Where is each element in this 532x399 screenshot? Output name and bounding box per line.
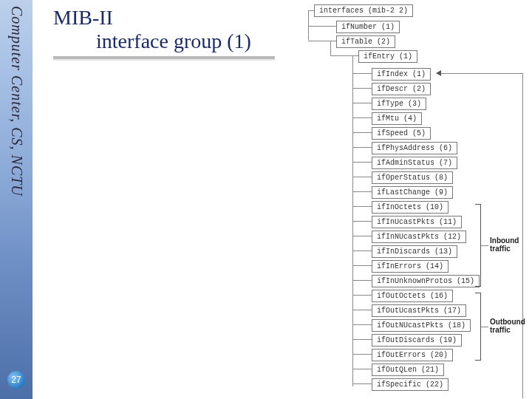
wire: [352, 250, 372, 251]
wire-arrow-ifindex: [440, 73, 522, 74]
wire: [352, 221, 372, 222]
node-ifdescr: ifDescr (2): [372, 83, 431, 95]
node-interfaces: interfaces (mib-2 2): [314, 4, 413, 17]
wire: [352, 295, 372, 296]
wire: [352, 339, 372, 340]
label-inbound-traffic: Inbound traffic: [490, 236, 527, 253]
node-ifoutoctets: ifOutOctets (16): [372, 290, 453, 302]
bracket-outbound: [475, 293, 481, 361]
wire: [481, 245, 488, 246]
wire: [330, 41, 331, 55]
node-iflastchange: ifLastChange (9): [372, 186, 453, 199]
wire: [352, 265, 372, 266]
node-ifinucastpkts: ifInUcastPkts (11): [372, 216, 462, 228]
sidebar-org-text: Computer Center, CS, NCTU: [8, 6, 25, 197]
wire: [308, 10, 309, 40]
node-ifphysaddress: ifPhysAddress (6): [372, 142, 457, 154]
node-ifoutdiscards: ifOutDiscards (19): [372, 334, 462, 347]
wire: [352, 132, 372, 133]
node-ifoutqlen: ifOutQLen (21): [372, 364, 444, 376]
wire-right-rail: [522, 73, 523, 398]
node-ifoutnucastpkts: ifOutNUcastPkts (18): [372, 319, 471, 332]
node-ifentry: ifEntry (1): [358, 50, 417, 63]
label-outbound-traffic: Outbound traffic: [490, 318, 531, 334]
node-ifinoctets: ifInOctets (10): [372, 201, 449, 214]
wire: [352, 280, 372, 281]
node-ifindex: ifIndex (1): [372, 68, 431, 81]
slide-title: MIB-II interface group (1): [53, 6, 251, 53]
wire: [352, 383, 372, 384]
wire: [308, 26, 336, 27]
arrow-icon: [436, 70, 441, 76]
wire: [352, 103, 372, 103]
node-ifindiscards: ifInDiscards (13): [372, 245, 457, 258]
node-ifspecific: ifSpecific (22): [372, 378, 449, 391]
node-ifadminstatus: ifAdminStatus (7): [372, 157, 457, 169]
node-ifouterrors: ifOutErrors (20): [372, 349, 453, 361]
wire: [352, 147, 372, 148]
wire: [352, 236, 372, 236]
wire: [352, 310, 372, 310]
wire: [352, 324, 372, 325]
wire: [308, 10, 314, 11]
slide: Computer Center, CS, NCTU 27 MIB-II inte…: [0, 0, 532, 399]
node-ifnumber: ifNumber (1): [336, 21, 400, 33]
node-iftable: ifTable (2): [336, 35, 395, 48]
wire: [352, 177, 372, 177]
bracket-inbound: [475, 204, 481, 287]
title-underline: [53, 56, 275, 59]
wire: [481, 327, 488, 327]
wire: [352, 191, 372, 192]
page-number-badge: 27: [7, 371, 25, 389]
wire: [352, 369, 372, 369]
title-line-1: MIB-II: [53, 6, 113, 29]
wire: [308, 41, 336, 41]
node-ifinnucastpkts: ifInNUcastPkts (12): [372, 231, 466, 243]
wire: [352, 354, 372, 355]
wire: [352, 73, 372, 74]
wire: [330, 55, 358, 56]
page-number: 27: [11, 375, 21, 385]
title-line-2: interface group (1): [53, 30, 251, 53]
node-iftype: ifType (3): [372, 98, 426, 110]
node-ifinerrors: ifInErrors (14): [372, 260, 449, 273]
wire: [352, 117, 372, 118]
node-ifspeed: ifSpeed (5): [372, 127, 431, 140]
wire: [352, 162, 372, 163]
node-ifmtu: ifMtu (4): [372, 112, 422, 125]
wire: [352, 88, 372, 89]
wire: [352, 206, 372, 207]
node-ifinunknownprotos: ifInUnknownProtos (15): [372, 275, 480, 287]
sidebar: Computer Center, CS, NCTU 27: [0, 0, 33, 399]
mib-tree-diagram: interfaces (mib-2 2) ifNumber (1) ifTabl…: [292, 4, 528, 396]
node-ifoperstatus: ifOperStatus (8): [372, 171, 453, 184]
node-ifoutucastpkts: ifOutUcastPkts (17): [372, 304, 466, 317]
